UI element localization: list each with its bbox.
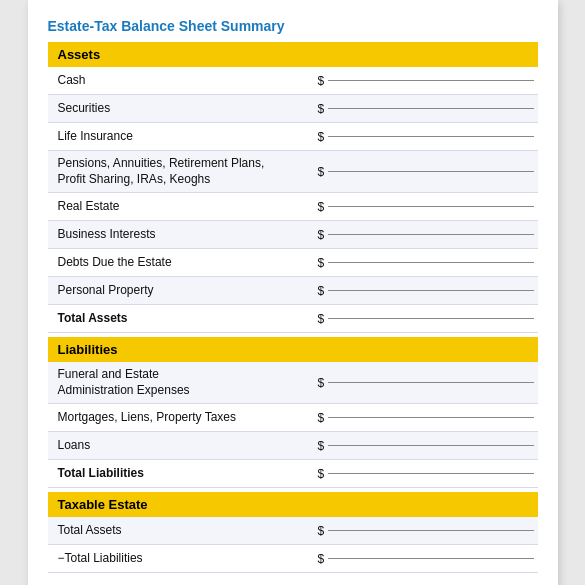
value-line bbox=[328, 262, 533, 263]
value-line bbox=[328, 558, 533, 559]
value-line bbox=[328, 234, 533, 235]
row-label-personal-property: Personal Property bbox=[58, 283, 318, 299]
value-line bbox=[328, 171, 533, 172]
dollar-sign: $ bbox=[318, 439, 325, 453]
row-label-taxable-assets: Total Assets bbox=[58, 523, 318, 539]
dollar-sign: $ bbox=[318, 74, 325, 88]
row-label: Cash bbox=[58, 73, 318, 89]
row-value: $ bbox=[318, 411, 534, 425]
row-label-loans: Loans bbox=[58, 438, 318, 454]
row-label-total-assets: Total Assets bbox=[58, 311, 318, 327]
table-row: Personal Property $ bbox=[48, 277, 538, 305]
row-value: $ bbox=[318, 439, 534, 453]
row-label: Funeral and EstateAdministration Expense… bbox=[58, 367, 318, 398]
table-row-total-assets: Total Assets $ bbox=[48, 305, 538, 333]
row-label-total-liabilities: Total Liabilities bbox=[58, 466, 318, 482]
table-row: Funeral and EstateAdministration Expense… bbox=[48, 362, 538, 404]
row-label: Securities bbox=[58, 101, 318, 117]
table-row-minus-liabilities: −Total Liabilities $ bbox=[48, 545, 538, 573]
table-row: Real Estate $ bbox=[48, 193, 538, 221]
row-value: $ bbox=[318, 256, 534, 270]
table-row-taxable-assets: Total Assets $ bbox=[48, 517, 538, 545]
row-label: Debts Due the Estate bbox=[58, 255, 318, 271]
value-line bbox=[328, 80, 533, 81]
value-line bbox=[328, 290, 533, 291]
value-line bbox=[328, 445, 533, 446]
row-label: Real Estate bbox=[58, 199, 318, 215]
row-label-minus-liabilities: −Total Liabilities bbox=[58, 551, 318, 567]
table-row: Business Interests $ bbox=[48, 221, 538, 249]
value-line bbox=[328, 473, 533, 474]
table-row: Life Insurance $ bbox=[48, 123, 538, 151]
row-value: $ bbox=[318, 312, 534, 326]
dollar-sign: $ bbox=[318, 102, 325, 116]
dollar-sign: $ bbox=[318, 467, 325, 481]
balance-sheet-card: Estate-Tax Balance Sheet Summary Assets … bbox=[28, 0, 558, 585]
table-row: Debts Due the Estate $ bbox=[48, 249, 538, 277]
dollar-sign: $ bbox=[318, 228, 325, 242]
value-line bbox=[328, 382, 533, 383]
row-value: $ bbox=[318, 524, 534, 538]
dollar-sign: $ bbox=[318, 376, 325, 390]
dollar-sign: $ bbox=[318, 200, 325, 214]
dollar-sign: $ bbox=[318, 552, 325, 566]
row-label: Mortgages, Liens, Property Taxes bbox=[58, 410, 318, 426]
table-row: Cash $ bbox=[48, 67, 538, 95]
value-line bbox=[328, 136, 533, 137]
value-line bbox=[328, 108, 533, 109]
dollar-sign: $ bbox=[318, 524, 325, 538]
value-line bbox=[328, 530, 533, 531]
page-title: Estate-Tax Balance Sheet Summary bbox=[48, 18, 538, 34]
table-row: Pensions, Annuities, Retirement Plans,Pr… bbox=[48, 151, 538, 193]
row-value: $ bbox=[318, 552, 534, 566]
table-row: Mortgages, Liens, Property Taxes $ bbox=[48, 404, 538, 432]
row-value: $ bbox=[318, 228, 534, 242]
dollar-sign: $ bbox=[318, 165, 325, 179]
row-value: $ bbox=[318, 284, 534, 298]
value-line bbox=[328, 318, 533, 319]
table-row-total-liabilities: Total Liabilities $ bbox=[48, 460, 538, 488]
assets-section-header: Assets bbox=[48, 42, 538, 67]
liabilities-section-header: Liabilities bbox=[48, 337, 538, 362]
row-value: $ bbox=[318, 200, 534, 214]
dollar-sign: $ bbox=[318, 284, 325, 298]
row-label: Business Interests bbox=[58, 227, 318, 243]
row-value: $ bbox=[318, 467, 534, 481]
table-row: Securities $ bbox=[48, 95, 538, 123]
dollar-sign: $ bbox=[318, 411, 325, 425]
row-value: $ bbox=[318, 376, 534, 390]
value-line bbox=[328, 417, 533, 418]
row-label: Pensions, Annuities, Retirement Plans,Pr… bbox=[58, 156, 318, 187]
row-value: $ bbox=[318, 102, 534, 116]
dollar-sign: $ bbox=[318, 312, 325, 326]
dollar-sign: $ bbox=[318, 256, 325, 270]
row-label: Life Insurance bbox=[58, 129, 318, 145]
row-value: $ bbox=[318, 165, 534, 179]
table-row: Loans $ bbox=[48, 432, 538, 460]
row-value: $ bbox=[318, 130, 534, 144]
taxable-estate-section-header: Taxable Estate bbox=[48, 492, 538, 517]
row-value: $ bbox=[318, 74, 534, 88]
value-line bbox=[328, 206, 533, 207]
dollar-sign: $ bbox=[318, 130, 325, 144]
